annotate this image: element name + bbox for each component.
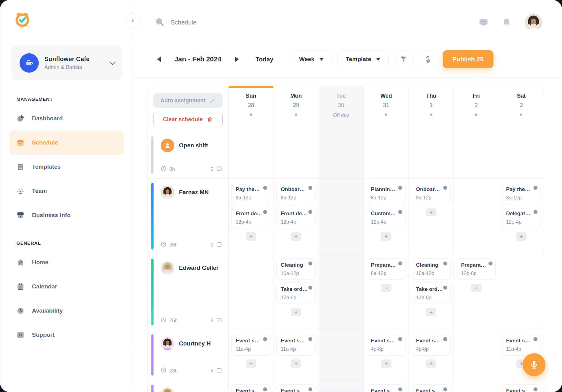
add-shift-button[interactable]: + [381, 232, 391, 241]
bell-icon[interactable] [502, 17, 511, 27]
shift-chip[interactable]: Cleaning10a-12p [277, 258, 315, 280]
shift-chip[interactable]: Event s…11a-4p [277, 334, 315, 355]
sidebar-item-availability[interactable]: Availability [9, 299, 124, 323]
template-select[interactable]: Template [337, 50, 389, 68]
publish-button[interactable]: Publish 25 [443, 50, 493, 68]
shift-chip[interactable]: Event s… [232, 384, 270, 392]
auto-assignment-button[interactable]: Auto assignment [153, 93, 223, 108]
day-header-sun[interactable]: Sun28 [228, 86, 273, 135]
sidebar-item-label: Home [32, 259, 48, 266]
add-shift-button[interactable]: + [426, 308, 436, 316]
shift-chip[interactable]: Pay the…8a-12p [232, 183, 270, 204]
row-footer: 36h9 [161, 241, 222, 248]
row-member-cell[interactable]: Courtney H23h5 [148, 330, 228, 380]
shift-chip[interactable]: Custom…12p-4p [367, 207, 405, 228]
shift-chip[interactable]: Event s…11a-4p [502, 334, 541, 355]
day-header-wed[interactable]: Wed31 [364, 86, 408, 135]
shift-chip[interactable]: Delegat…12p-4p [502, 207, 541, 228]
shift-chip[interactable]: Event s… [367, 384, 405, 392]
add-shift-button[interactable]: + [471, 284, 482, 292]
day-date: 28 [229, 102, 273, 109]
day-header-thu[interactable]: Thu1 [408, 86, 453, 135]
add-shift-button[interactable]: + [516, 232, 527, 241]
add-shift-button[interactable]: + [426, 208, 436, 216]
search-icon[interactable] [154, 17, 165, 28]
shift-status-dot [308, 387, 312, 391]
sidebar-item-calendar[interactable]: 8Calendar [9, 274, 124, 299]
shift-time: 8a-12p [371, 271, 401, 276]
row-member-cell[interactable]: Edward Geller26h6 [148, 254, 228, 330]
day-header-mon[interactable]: Mon29 [273, 86, 318, 135]
add-shift-button[interactable]: + [426, 359, 436, 368]
add-shift-button[interactable]: + [381, 284, 391, 292]
shift-cell: Onboar…8a-12p+ [408, 179, 453, 254]
shift-chip[interactable]: Event s…11a-4p [232, 334, 270, 355]
sidebar-item-home[interactable]: Home [9, 250, 124, 274]
sidebar-item-dashboard[interactable]: Dashboard [9, 106, 124, 131]
sidebar-item-business-info[interactable]: Business info [9, 203, 124, 227]
shift-chip[interactable]: Prepara…8a-12p [367, 258, 405, 280]
shift-chip[interactable]: Front de…12p-4p [232, 207, 270, 228]
voice-assistant-button[interactable] [523, 353, 546, 376]
shift-chip[interactable]: Event s… [277, 384, 315, 392]
sidebar-item-templates[interactable]: Templates [9, 155, 124, 179]
shift-chip[interactable]: Take ord…12p-6p [412, 283, 450, 304]
next-period-button[interactable] [233, 55, 241, 64]
sidebar-item-support[interactable]: 24Support [9, 323, 124, 347]
app-window: Sunflower Cafe Admin & Barista MANAGEMEN… [0, 0, 562, 392]
day-header-tue[interactable]: Tue30Off day [319, 86, 364, 135]
day-header-sat[interactable]: Sat3 [499, 86, 544, 135]
shift-title: Event s… [236, 338, 266, 344]
shift-chip[interactable]: Front de…12p-4p [277, 207, 315, 228]
chat-icon[interactable] [479, 17, 488, 27]
clear-schedule-button[interactable]: Clear schedule [153, 112, 223, 127]
add-shift-button[interactable]: + [246, 359, 256, 368]
shift-count-value: 6 [211, 318, 213, 323]
row-member-cell[interactable]: Farnaz MN36h9 [148, 179, 228, 254]
shift-chip[interactable]: Onboar…8a-12p [412, 183, 450, 204]
add-shift-button[interactable]: + [381, 359, 391, 368]
clock-icon [161, 317, 167, 324]
shift-status-dot [308, 286, 312, 290]
shift-chip[interactable]: Event s… [412, 384, 450, 392]
shift-chip[interactable]: Pay the…8a-12p [502, 183, 541, 204]
workspace-switcher[interactable]: Sunflower Cafe Admin & Barista [11, 46, 122, 80]
add-shift-button[interactable]: + [291, 308, 301, 316]
shift-cell: Event s…11a-4p+ [273, 330, 318, 380]
shift-chip[interactable]: Plannin…8a-12p [367, 183, 405, 204]
shift-chip[interactable]: Onboar…8a-12p [277, 183, 315, 204]
add-shift-button[interactable]: + [291, 359, 301, 368]
shift-chip[interactable]: Take ord…12p-6p [277, 283, 315, 304]
day-header-row: Auto assignment Clear schedule [148, 86, 544, 132]
member-name: Open shift [179, 142, 208, 149]
chevron-down-icon [109, 59, 116, 65]
shift-time: 8a-12p [281, 195, 311, 201]
prev-period-button[interactable] [155, 55, 163, 64]
shift-status-dot [263, 387, 267, 391]
shift-chip[interactable]: Event s… [502, 384, 541, 392]
day-header-fri[interactable]: Fri2 [453, 86, 498, 135]
shift-time: 8a-12p [416, 195, 446, 201]
shift-chip[interactable]: Cleaning10a-12p [412, 258, 450, 280]
user-avatar[interactable] [524, 13, 542, 31]
shift-title: Event s… [281, 388, 311, 392]
row-member-cell[interactable]: Jenny Wilson [148, 380, 228, 392]
sidebar-item-team[interactable]: Team [9, 179, 124, 203]
shift-chip[interactable]: Event s…4p-8p [367, 334, 405, 355]
filter-icon [400, 55, 408, 63]
sidebar-item-schedule[interactable]: Schedule [9, 131, 124, 155]
filter-button[interactable] [395, 50, 413, 68]
shift-cell [319, 254, 364, 330]
shift-time: 12p-4p [506, 219, 537, 225]
row-member-cell[interactable]: Open shift0h0 [148, 132, 228, 178]
tap-gesture-button[interactable] [419, 50, 437, 68]
shift-chip[interactable]: Prepara…12p-6p [457, 258, 495, 280]
shift-chip[interactable]: Event s…4p-8p [412, 334, 450, 355]
shift-time: 10a-12p [281, 271, 311, 276]
view-select[interactable]: Week [291, 50, 332, 68]
add-shift-button[interactable]: + [246, 232, 256, 241]
schedule-grid: Auto assignment Clear schedule [147, 86, 544, 392]
add-shift-button[interactable]: + [291, 232, 301, 241]
today-button[interactable]: Today [254, 56, 275, 63]
sidebar-collapse-button[interactable]: ‹ [126, 13, 140, 28]
